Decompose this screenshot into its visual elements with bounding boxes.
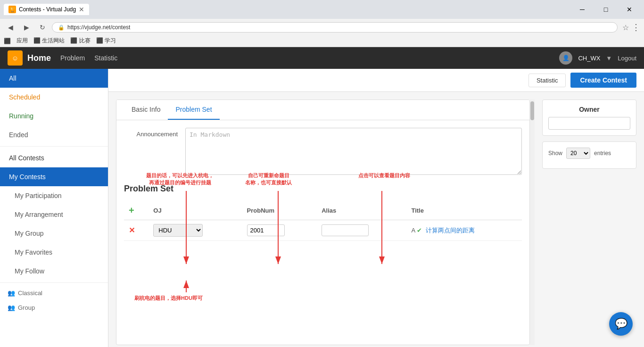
nav-statistic[interactable]: Statistic — [94, 54, 117, 62]
announcement-textarea[interactable] — [185, 128, 522, 175]
oj-cell: HDU POJ CodeForces — [149, 220, 242, 241]
bookmark-sites[interactable]: ⬛ 生活网站 — [33, 37, 65, 45]
group-icon: 👥 — [8, 304, 15, 311]
form-panel: Basic Info Problem Set Announcement — [116, 99, 530, 345]
browser-chrome: 🏆 Contests - Virtual Judg ✕ ─ □ ✕ ◀ ▶ ↻ … — [0, 0, 644, 47]
app-logo: ☺ — [8, 50, 23, 66]
forward-btn[interactable]: ▶ — [20, 21, 33, 34]
tab-basic-info[interactable]: Basic Info — [124, 100, 168, 120]
refresh-btn[interactable]: ↻ — [36, 21, 49, 34]
sidebar-item-ended[interactable]: Ended — [0, 125, 108, 144]
bookmark-study[interactable]: ⬛ 学习 — [96, 37, 116, 45]
form-tabs: Basic Info Problem Set — [116, 100, 529, 120]
sidebar-item-my-arrangement[interactable]: My Arrangement — [0, 205, 108, 224]
scrollbar-thumb[interactable] — [530, 101, 534, 120]
announcement-control — [185, 128, 522, 176]
content-area: Basic Info Problem Set Announcement — [108, 92, 644, 347]
show-row: Show 20 50 100 entries — [548, 148, 630, 159]
chat-fab[interactable]: 💬 — [609, 312, 633, 336]
sidebar-item-running[interactable]: Running — [0, 107, 108, 125]
announcement-label: Announcement — [124, 128, 185, 138]
title-letter: A — [411, 227, 415, 234]
statistic-btn[interactable]: Statistic — [528, 74, 566, 87]
sidebar-divider-2 — [0, 282, 108, 283]
col-title-header: Title — [406, 201, 522, 220]
oj-select[interactable]: HDU POJ CodeForces — [153, 224, 203, 237]
url-display: https://vjudge.net/contest — [67, 24, 611, 31]
back-btn[interactable]: ◀ — [4, 21, 17, 34]
right-sidebar: Owner Show 20 50 100 entries — [542, 99, 636, 345]
sidebar-divider-1 — [0, 146, 108, 147]
sidebar-item-my-follow[interactable]: My Follow — [0, 262, 108, 281]
sidebar-category-group[interactable]: 👥 Group — [0, 299, 108, 314]
show-section: Show 20 50 100 entries — [542, 141, 636, 169]
sidebar-item-my-group[interactable]: My Group — [0, 224, 108, 243]
bookmark-contest[interactable]: ⬛ 比赛 — [70, 37, 90, 45]
probnum-input[interactable] — [247, 224, 285, 236]
more-options-icon[interactable]: ⋮ — [632, 22, 640, 33]
maximize-btn[interactable]: □ — [595, 3, 617, 16]
owner-title: Owner — [548, 106, 630, 113]
bookmarks-bar: ⬛ 应用 ⬛ 生活网站 ⬛ 比赛 ⬛ 学习 — [0, 36, 644, 47]
browser-controls: ◀ ▶ ↻ 🔒 https://vjudge.net/contest ☆ ⋮ — [0, 19, 644, 36]
browser-tab[interactable]: 🏆 Contests - Virtual Judg ✕ — [4, 4, 89, 15]
app-header: ☺ Home Problem Statistic 👤 CH_WX ▼ Logou… — [0, 47, 644, 69]
alias-input[interactable] — [322, 224, 369, 236]
title-cell: A ✔ 计算两点间的距离 — [406, 220, 522, 241]
app-header-right: 👤 CH_WX ▼ Logout — [559, 51, 636, 65]
window-controls: ─ □ ✕ — [571, 3, 640, 16]
sidebar-item-my-participation[interactable]: My Participation — [0, 186, 108, 205]
classical-label: Classical — [18, 289, 42, 297]
title-link[interactable]: 计算两点间的距离 — [426, 227, 475, 234]
star-icon[interactable]: ☆ — [622, 23, 629, 32]
nav-problem[interactable]: Problem — [60, 54, 85, 62]
sidebar-item-my-contests[interactable]: My Contests — [0, 167, 108, 186]
close-btn[interactable]: ✕ — [619, 3, 640, 16]
owner-section: Owner — [542, 99, 636, 136]
probnum-cell — [242, 220, 317, 241]
add-problem-btn[interactable]: + — [129, 205, 134, 215]
bookmarks-label: ⬛ — [4, 38, 11, 44]
announcement-row: Announcement — [124, 128, 522, 176]
alias-cell — [317, 220, 406, 241]
logout-btn[interactable]: Logout — [618, 55, 636, 62]
tab-problem-set[interactable]: Problem Set — [168, 100, 219, 120]
top-action-bar: Statistic Create Contest — [108, 69, 644, 92]
sidebar: All Scheduled Running Ended All Contests… — [0, 69, 108, 347]
col-alias-header: Alias — [317, 201, 406, 220]
user-avatar: 👤 — [559, 51, 572, 65]
show-label: Show — [548, 150, 562, 157]
sidebar-item-scheduled[interactable]: Scheduled — [0, 88, 108, 107]
minimize-btn[interactable]: ─ — [571, 3, 593, 16]
table-row: ✕ HDU POJ CodeForces — [124, 220, 522, 241]
app: ☺ Home Problem Statistic 👤 CH_WX ▼ Logou… — [0, 47, 644, 347]
delete-problem-btn[interactable]: ✕ — [129, 226, 135, 234]
problem-set-section-title: Problem Set — [124, 184, 522, 194]
col-probnum-header: ProbNum — [242, 201, 317, 220]
sidebar-item-my-favorites[interactable]: My Favorites — [0, 243, 108, 262]
sidebar-item-all[interactable]: All — [0, 69, 108, 88]
sidebar-category-classical[interactable]: 👥 Classical — [0, 285, 108, 299]
check-icon: ✔ — [417, 227, 422, 234]
del-cell: ✕ — [124, 220, 149, 241]
app-nav: Problem Statistic — [60, 54, 117, 62]
form-scrollbar[interactable] — [530, 99, 535, 345]
group-label: Group — [18, 304, 35, 311]
chat-icon: 💬 — [615, 318, 627, 330]
form-body: Announcement Problem Set — [116, 120, 529, 248]
owner-input[interactable] — [548, 117, 630, 130]
user-name[interactable]: CH_WX — [578, 55, 600, 62]
tab-close-btn[interactable]: ✕ — [79, 6, 84, 13]
sidebar-item-all-contests[interactable]: All Contests — [0, 149, 108, 167]
show-select[interactable]: 20 50 100 — [566, 148, 590, 159]
col-oj-header: OJ — [149, 201, 242, 220]
app-home-link[interactable]: Home — [27, 53, 51, 63]
create-contest-btn[interactable]: Create Contest — [570, 73, 636, 88]
entries-label: entries — [594, 150, 611, 157]
address-bar[interactable]: 🔒 https://vjudge.net/contest — [52, 22, 618, 33]
bookmark-apps[interactable]: 应用 — [17, 37, 28, 45]
problem-set-table: + OJ ProbNum Alias Title — [124, 201, 522, 241]
classical-icon: 👥 — [8, 289, 15, 297]
right-panel: Statistic Create Contest Basic Info Prob… — [108, 69, 644, 347]
tab-favicon: 🏆 — [8, 6, 16, 13]
